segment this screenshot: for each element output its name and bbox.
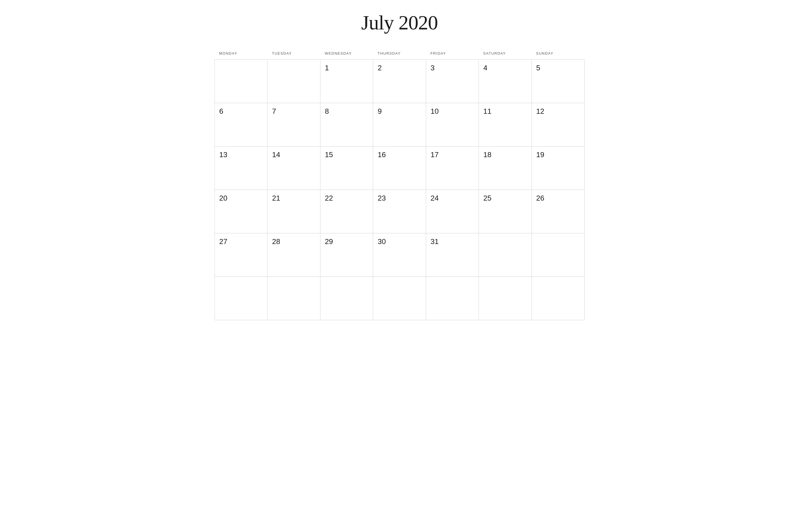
calendar-day-12: 12	[531, 103, 584, 147]
day-number: 12	[536, 107, 544, 115]
calendar-day-25: 25	[479, 190, 531, 233]
day-number: 29	[325, 237, 333, 246]
day-header-sunday: SUNDAY	[531, 49, 584, 60]
calendar-grid: MONDAYTUESDAYWEDNESDAYTHURSDAYFRIDAYSATU…	[215, 49, 584, 320]
calendar-day-27: 27	[215, 233, 268, 277]
day-number: 13	[219, 150, 228, 159]
day-number: 2	[378, 63, 382, 72]
calendar-day-28: 28	[268, 233, 320, 277]
day-header-thursday: THURSDAY	[373, 49, 426, 60]
day-number: 24	[431, 194, 439, 202]
day-number: 22	[325, 194, 333, 202]
calendar-day-14: 14	[268, 147, 320, 190]
day-number: 17	[431, 150, 439, 159]
calendar-container: MONDAYTUESDAYWEDNESDAYTHURSDAYFRIDAYSATU…	[215, 49, 584, 320]
header-row: MONDAYTUESDAYWEDNESDAYTHURSDAYFRIDAYSATU…	[215, 49, 584, 60]
day-number: 16	[378, 150, 386, 159]
calendar-day-20: 20	[215, 190, 268, 233]
day-number: 7	[272, 107, 276, 115]
day-number: 3	[431, 63, 435, 72]
calendar-day-4: 4	[479, 60, 531, 103]
calendar-day-1: 1	[320, 60, 373, 103]
week-row-2: 6789101112	[215, 103, 584, 147]
calendar-day-29: 29	[320, 233, 373, 277]
calendar-day-9: 9	[373, 103, 426, 147]
calendar-day-11: 11	[479, 103, 531, 147]
day-number: 20	[219, 194, 228, 202]
day-number: 28	[272, 237, 280, 246]
day-header-wednesday: WEDNESDAY	[320, 49, 373, 60]
calendar-day-24: 24	[426, 190, 478, 233]
calendar-day-30: 30	[373, 233, 426, 277]
day-number: 23	[378, 194, 386, 202]
day-header-tuesday: TUESDAY	[268, 49, 320, 60]
day-number: 10	[431, 107, 439, 115]
day-number: 14	[272, 150, 280, 159]
calendar-day-5: 5	[531, 60, 584, 103]
calendar-day-22: 22	[320, 190, 373, 233]
calendar-empty-cell	[479, 233, 531, 277]
day-number: 15	[325, 150, 333, 159]
calendar-day-23: 23	[373, 190, 426, 233]
calendar-empty-cell	[479, 277, 531, 320]
day-number: 31	[431, 237, 439, 246]
calendar-empty-cell	[426, 277, 478, 320]
week-row-4: 20212223242526	[215, 190, 584, 233]
calendar-empty-cell	[320, 277, 373, 320]
calendar-day-31: 31	[426, 233, 478, 277]
calendar-day-16: 16	[373, 147, 426, 190]
day-number: 6	[219, 107, 223, 115]
calendar-empty-cell	[531, 233, 584, 277]
calendar-day-3: 3	[426, 60, 478, 103]
calendar-empty-cell	[215, 60, 268, 103]
calendar-day-19: 19	[531, 147, 584, 190]
calendar-day-15: 15	[320, 147, 373, 190]
calendar-empty-cell	[373, 277, 426, 320]
day-number: 26	[536, 194, 544, 202]
day-number: 30	[378, 237, 386, 246]
day-header-saturday: SATURDAY	[479, 49, 531, 60]
calendar-title: July 2020	[361, 11, 438, 35]
day-number: 27	[219, 237, 228, 246]
calendar-day-10: 10	[426, 103, 478, 147]
day-number: 1	[325, 63, 329, 72]
week-row-6	[215, 277, 584, 320]
week-row-1: 12345	[215, 60, 584, 103]
calendar-day-7: 7	[268, 103, 320, 147]
day-header-friday: FRIDAY	[426, 49, 478, 60]
calendar-empty-cell	[215, 277, 268, 320]
calendar-day-26: 26	[531, 190, 584, 233]
calendar-day-6: 6	[215, 103, 268, 147]
day-header-monday: MONDAY	[215, 49, 268, 60]
week-row-3: 13141516171819	[215, 147, 584, 190]
calendar-day-13: 13	[215, 147, 268, 190]
calendar-empty-cell	[268, 60, 320, 103]
day-number: 21	[272, 194, 280, 202]
week-row-5: 2728293031	[215, 233, 584, 277]
calendar-empty-cell	[531, 277, 584, 320]
day-number: 8	[325, 107, 329, 115]
calendar-empty-cell	[268, 277, 320, 320]
calendar-day-8: 8	[320, 103, 373, 147]
day-number: 11	[483, 107, 491, 115]
day-number: 4	[483, 63, 487, 72]
calendar-day-18: 18	[479, 147, 531, 190]
day-number: 9	[378, 107, 382, 115]
calendar-day-21: 21	[268, 190, 320, 233]
day-number: 19	[536, 150, 544, 159]
day-number: 18	[483, 150, 491, 159]
day-number: 25	[483, 194, 491, 202]
calendar-day-2: 2	[373, 60, 426, 103]
day-number: 5	[536, 63, 540, 72]
calendar-day-17: 17	[426, 147, 478, 190]
